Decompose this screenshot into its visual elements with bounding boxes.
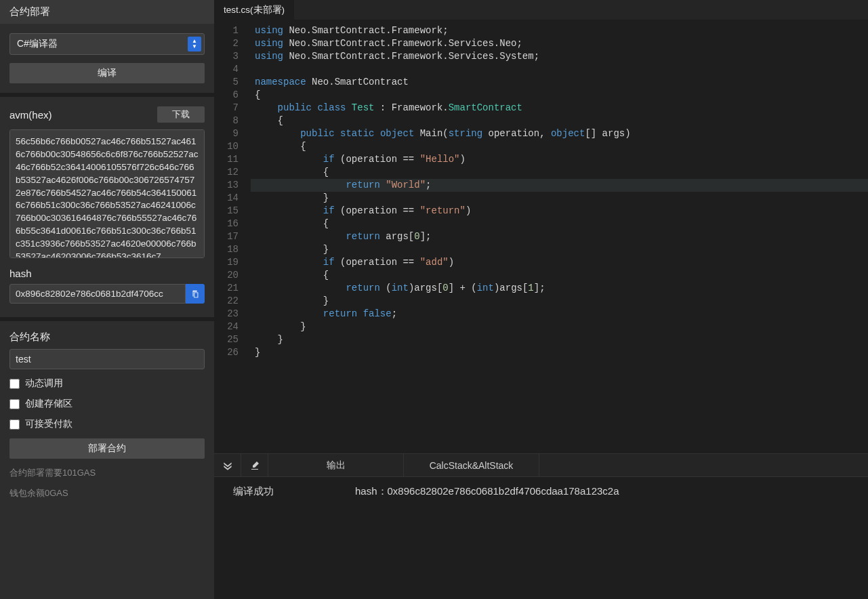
create-storage-checkbox[interactable]: 创建存储区: [9, 398, 205, 410]
code-line[interactable]: {: [251, 269, 868, 282]
compile-status-text: 编译成功: [233, 485, 274, 498]
code-line[interactable]: }: [251, 346, 868, 359]
payable-checkbox[interactable]: 可接受付款: [9, 418, 205, 430]
code-line[interactable]: return (int)args[0] + (int)args[1];: [251, 282, 868, 295]
code-line[interactable]: namespace Neo.SmartContract: [251, 76, 868, 89]
code-line[interactable]: using Neo.SmartContract.Framework.Servic…: [251, 50, 868, 63]
code-line[interactable]: {: [251, 166, 868, 179]
code-line[interactable]: public static object Main(string operati…: [251, 127, 868, 140]
contract-section: 合约名称 动态调用 创建存储区 可接受付款 部署合约 合约部署需要101GAS …: [0, 321, 214, 599]
hash-label: hash: [9, 268, 32, 279]
code-line[interactable]: return args[0];: [251, 230, 868, 243]
deploy-button[interactable]: 部署合约: [9, 438, 205, 459]
select-arrows-icon: ▲▼: [188, 37, 201, 51]
console-output: 编译成功 hash：0x896c82802e786c0681b2df4706cd…: [214, 477, 868, 599]
code-line[interactable]: {: [251, 218, 868, 230]
console-panel: 输出 CalcStack&AltStack 编译成功 hash：0x896c82…: [214, 453, 868, 599]
console-tab-stack[interactable]: CalcStack&AltStack: [404, 454, 539, 476]
wallet-balance-text: 钱包余额0GAS: [9, 487, 205, 499]
gas-required-text: 合约部署需要101GAS: [9, 467, 205, 479]
code-line[interactable]: if (operation == "Hello"): [251, 153, 868, 166]
line-number-gutter: 1234567891011121314151617181920212223242…: [214, 24, 251, 453]
copy-hash-button[interactable]: [186, 284, 205, 304]
code-line[interactable]: }: [251, 321, 868, 333]
main-area: test.cs(未部署) 123456789101112131415161718…: [214, 0, 868, 599]
compile-section: 合约部署 C#编译器 ▲▼ 编译: [0, 0, 214, 97]
avm-hex-box[interactable]: 56c56b6c766b00527ac46c766b51527ac4616c76…: [9, 129, 205, 258]
compiler-selected-label: C#编译器: [17, 38, 58, 50]
editor-tab-bar: test.cs(未部署): [214, 0, 868, 20]
code-line[interactable]: return false;: [251, 308, 868, 321]
file-tab[interactable]: test.cs(未部署): [214, 0, 294, 20]
sidebar: 合约部署 C#编译器 ▲▼ 编译 avm(hex) 下载 56c56b6c766…: [0, 0, 214, 599]
console-clear-button[interactable]: [241, 454, 268, 476]
dynamic-invoke-checkbox[interactable]: 动态调用: [9, 377, 205, 390]
code-line[interactable]: {: [251, 140, 868, 153]
download-button[interactable]: 下载: [157, 106, 205, 123]
code-line[interactable]: {: [251, 89, 868, 102]
code-line[interactable]: }: [251, 295, 868, 308]
code-line[interactable]: }: [251, 243, 868, 256]
brush-icon: [249, 460, 260, 471]
code-editor[interactable]: 1234567891011121314151617181920212223242…: [214, 20, 868, 453]
avm-label: avm(hex): [9, 109, 52, 121]
avm-section: avm(hex) 下载 56c56b6c766b00527ac46c766b51…: [0, 97, 214, 321]
code-line[interactable]: [251, 63, 868, 76]
deploy-header: 合约部署: [0, 0, 214, 24]
console-toggle-button[interactable]: [214, 454, 241, 476]
code-line[interactable]: using Neo.SmartContract.Framework.Servic…: [251, 37, 868, 50]
compiler-select[interactable]: C#编译器 ▲▼: [9, 33, 205, 55]
payable-label: 可接受付款: [25, 418, 73, 430]
compile-button[interactable]: 编译: [9, 63, 205, 83]
contract-name-label: 合约名称: [9, 331, 50, 342]
code-line[interactable]: }: [251, 192, 868, 205]
compile-hash-text: hash：0x896c82802e786c0681b2df4706cdaa178…: [355, 485, 619, 498]
code-line[interactable]: }: [251, 333, 868, 346]
code-line[interactable]: if (operation == "return"): [251, 205, 868, 218]
code-line[interactable]: public class Test : Framework.SmartContr…: [251, 102, 868, 115]
create-storage-label: 创建存储区: [25, 398, 73, 410]
console-tab-output[interactable]: 输出: [268, 454, 404, 476]
code-line[interactable]: {: [251, 115, 868, 127]
hash-field[interactable]: 0x896c82802e786c0681b2df4706cc: [9, 284, 186, 304]
code-content[interactable]: using Neo.SmartContract.Framework;using …: [251, 24, 868, 453]
copy-icon: [190, 289, 200, 299]
chevron-double-down-icon: [222, 459, 234, 472]
contract-name-input[interactable]: [9, 349, 205, 369]
dynamic-invoke-label: 动态调用: [25, 377, 63, 390]
code-line[interactable]: using Neo.SmartContract.Framework;: [251, 24, 868, 37]
code-line[interactable]: return "World";: [251, 179, 868, 192]
console-tab-bar: 输出 CalcStack&AltStack: [214, 454, 868, 477]
code-line[interactable]: if (operation == "add"): [251, 256, 868, 269]
